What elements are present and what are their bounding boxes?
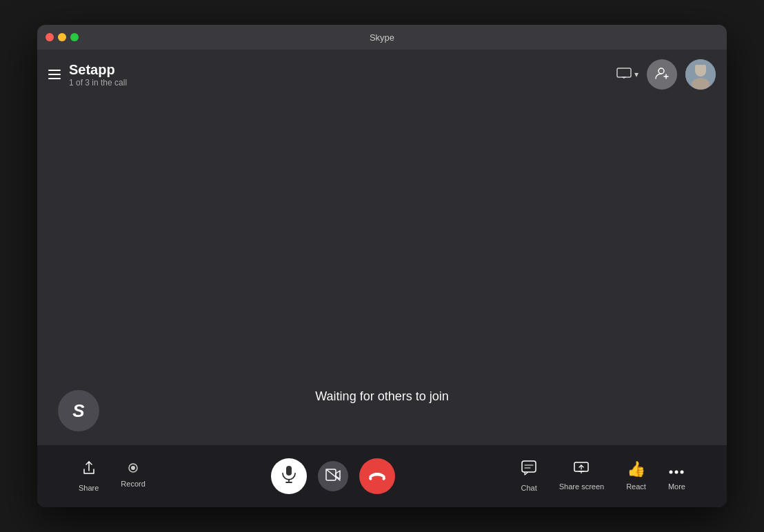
minimize-button[interactable] (58, 33, 66, 41)
toolbar-right: Chat Share screen 👍 React (521, 460, 685, 492)
header-right: ▾ (616, 59, 716, 90)
mic-button[interactable] (271, 458, 307, 494)
skype-letter: S (72, 400, 84, 422)
hamburger-line-3 (48, 78, 61, 79)
share-icon (81, 460, 97, 480)
toolbar-left: Share Record (79, 460, 145, 492)
share-button[interactable]: Share (79, 460, 99, 492)
window-title: Skype (370, 32, 394, 43)
mic-icon (281, 465, 296, 487)
end-call-icon (368, 469, 386, 484)
svg-rect-18 (522, 461, 536, 472)
chat-button[interactable]: Chat (521, 460, 536, 492)
screen-view-icon (616, 68, 632, 82)
avatar-face (685, 59, 716, 90)
call-title: Setapp (69, 62, 127, 78)
header-left: Setapp 1 of 3 in the call (48, 62, 127, 88)
svg-point-27 (681, 471, 684, 474)
more-icon (669, 460, 684, 478)
record-icon (125, 460, 141, 475)
svg-rect-0 (617, 68, 631, 77)
svg-line-15 (326, 469, 340, 480)
call-subtitle: 1 of 3 in the call (69, 78, 127, 88)
react-icon: 👍 (627, 460, 645, 478)
react-label: React (626, 482, 646, 491)
video-toggle-button[interactable] (318, 461, 348, 491)
share-label: Share (79, 484, 99, 492)
svg-point-3 (659, 68, 664, 74)
maximize-button[interactable] (70, 33, 79, 41)
svg-point-11 (131, 466, 135, 470)
call-area: Setapp 1 of 3 in the call ▾ (37, 50, 727, 445)
video-area: S Waiting for others to join (37, 99, 727, 445)
record-label: Record (121, 480, 145, 488)
title-bar: Skype (37, 25, 727, 50)
add-person-icon (654, 65, 670, 84)
svg-rect-12 (286, 466, 292, 475)
call-header: Setapp 1 of 3 in the call ▾ (37, 50, 727, 99)
more-label: More (668, 482, 685, 491)
chevron-down-icon: ▾ (634, 70, 639, 79)
toolbar-center (271, 458, 395, 494)
call-title-group: Setapp 1 of 3 in the call (69, 62, 127, 88)
share-screen-icon (574, 460, 589, 478)
share-screen-button[interactable]: Share screen (559, 460, 604, 492)
waiting-text: Waiting for others to join (315, 389, 448, 404)
video-off-icon (325, 469, 341, 484)
chat-icon (521, 460, 536, 480)
traffic-lights (46, 33, 79, 41)
hamburger-line-2 (48, 74, 61, 75)
react-button[interactable]: 👍 React (626, 460, 646, 492)
skype-window: Skype Setapp 1 of 3 in the call (37, 25, 727, 507)
svg-point-26 (675, 471, 678, 474)
svg-point-25 (670, 471, 673, 474)
self-avatar: S (58, 390, 99, 431)
add-person-button[interactable] (647, 59, 677, 90)
chat-label: Chat (521, 484, 536, 492)
svg-rect-9 (695, 65, 706, 72)
record-button[interactable]: Record (121, 460, 145, 492)
hamburger-line-1 (48, 70, 61, 71)
toolbar: Share Record (37, 445, 727, 507)
hamburger-menu-icon[interactable] (48, 70, 61, 79)
end-call-button[interactable] (359, 458, 395, 494)
user-avatar[interactable] (685, 59, 716, 90)
close-button[interactable] (46, 33, 54, 41)
share-screen-label: Share screen (559, 482, 604, 491)
more-button[interactable]: More (668, 460, 685, 492)
screen-view-button[interactable]: ▾ (616, 68, 639, 82)
